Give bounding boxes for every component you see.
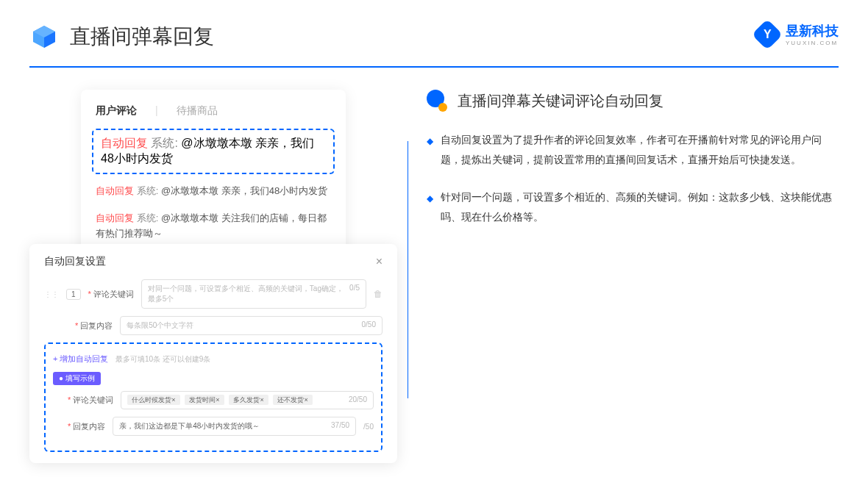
content-row: *回复内容 每条限50个中文字符 0/50 — [44, 316, 383, 335]
tab-user-comments[interactable]: 用户评论 — [96, 104, 137, 118]
diamond-icon: ◆ — [427, 190, 433, 226]
cube-icon — [29, 22, 59, 51]
content-input[interactable]: 每条限50个中文字符 0/50 — [120, 316, 383, 335]
tabs: 用户评论 | 待播商品 — [96, 104, 331, 118]
logo-icon: Y — [752, 18, 783, 49]
logo-sub: YUUXIN.COM — [786, 40, 839, 46]
settings-panel: 自动回复设置 × ⋮⋮ 1 *评论关键词 对同一个问题，可设置多个相近、高频的关… — [29, 244, 397, 463]
row-number: 1 — [66, 289, 81, 300]
example-content-input[interactable]: 亲，我们这边都是下单48小时内发货的哦～ 37/50 — [113, 417, 356, 436]
drag-icon[interactable]: ⋮⋮ — [44, 290, 59, 298]
section-icon — [427, 90, 449, 112]
example-section: + 增加自动回复 最多可填10条 还可以创建9条 ● 填写示例 *评论关键词 什… — [44, 342, 383, 452]
close-icon[interactable]: × — [376, 255, 383, 268]
trash-icon[interactable]: 🗑 — [374, 289, 383, 299]
page-header: 直播间弹幕回复 — [0, 0, 868, 66]
brand-logo: Y 昱新科技 YUUXIN.COM — [756, 22, 839, 46]
page-title: 直播间弹幕回复 — [70, 23, 214, 51]
settings-title: 自动回复设置 — [44, 255, 106, 268]
keyword-row: ⋮⋮ 1 *评论关键词 对同一个问题，可设置多个相近、高频的关键词，Tag确定，… — [44, 279, 383, 309]
keyword-input[interactable]: 对同一个问题，可设置多个相近、高频的关键词，Tag确定，最多5个 0/5 — [141, 279, 366, 309]
tab-pending-products[interactable]: 待播商品 — [177, 104, 218, 118]
example-keyword-input[interactable]: 什么时候发货× 发货时间× 多久发货× 还不发货× 20/50 — [121, 391, 374, 409]
comments-panel: 用户评论 | 待播商品 自动回复 系统: @冰墩墩本墩 亲亲，我们48小时内发货… — [81, 90, 346, 262]
bullet-item: ◆ 自动回复设置为了提升作者的评论回复效率，作者可在开播前针对常见的评论用户问题… — [427, 130, 839, 169]
example-badge: ● 填写示例 — [53, 372, 101, 385]
add-reply-link[interactable]: + 增加自动回复 — [53, 354, 108, 365]
diamond-icon: ◆ — [427, 133, 433, 169]
section-title: 直播间弹幕关键词评论自动回复 — [458, 91, 664, 111]
comment-item: 自动回复 系统: @冰墩墩本墩 亲亲，我们48小时内发货 — [96, 178, 331, 205]
highlighted-comment: 自动回复 系统: @冰墩墩本墩 亲亲，我们48小时内发货 — [92, 129, 335, 174]
logo-brand: 昱新科技 — [786, 22, 839, 40]
comment-item: 自动回复 系统: @冰墩墩本墩 关注我们的店铺，每日都有热门推荐呦～ — [96, 205, 331, 248]
bullet-item: ◆ 针对同一个问题，可设置多个相近的、高频的关键词。例如：这款多少钱、这块能优惠… — [427, 187, 839, 226]
section-header: 直播间弹幕关键词评论自动回复 — [427, 90, 839, 112]
